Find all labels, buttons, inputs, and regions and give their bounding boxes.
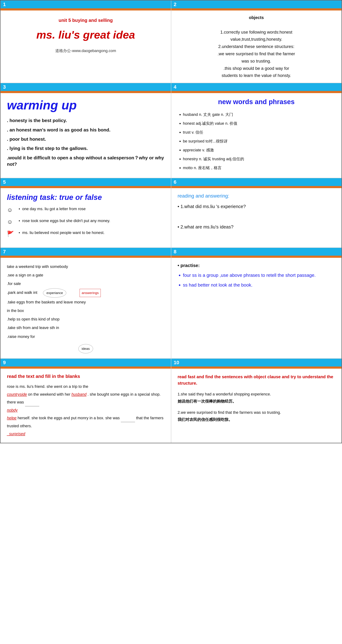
lesson-title: ms. liu's great idea xyxy=(7,28,164,41)
ideas-oval: ideas xyxy=(78,344,93,353)
line-2: .see a sign on a gate xyxy=(7,271,164,279)
object-clause-content: 1.she said they had a wonderful shopping… xyxy=(178,391,335,423)
cell-6-header: 6 xyxy=(171,178,342,187)
point-1: . honesty is the best policy. xyxy=(7,117,164,124)
sentence-item-1: 1.she said they had a wonderful shopping… xyxy=(178,391,335,405)
unit-label: unit 5 buying and selling xyxy=(7,18,164,23)
fill-countryside: countryside xyxy=(7,392,27,396)
flag-icon: 🚩 xyxy=(7,230,16,237)
line-6: in the box xyxy=(7,307,164,315)
cell2-line3: 2.understand these sentence structures: xyxy=(218,44,294,49)
cell-1: 1 unit 5 buying and selling ms. liu's gr… xyxy=(0,0,171,83)
cell-3: 3 warming up . honesty is the best polic… xyxy=(0,83,171,178)
cell-10: 10 read fast and find the sentences with… xyxy=(171,358,342,443)
listening-task-title: listening task: true or false xyxy=(7,193,164,202)
word-item-7: motto n. 座右铭，格言 xyxy=(183,164,335,172)
cell-1-header: 1 xyxy=(0,0,171,9)
new-words-title: new words and phrases xyxy=(178,98,335,106)
fill-helped: helpe xyxy=(7,416,16,420)
english-2: 2.we were surprised to find that the far… xyxy=(178,409,335,416)
word-item-6: honestry n. 诚实 trusting adj.信任的 xyxy=(183,155,335,163)
footer-text: 道格办公-www.daogebangong.com xyxy=(7,48,164,54)
word-item-5: appreciate v. 感激 xyxy=(183,146,335,154)
fill-blanks-content: rose is ms. liu's friend. she went on a … xyxy=(7,383,164,438)
listening-items: ☺ • one day ms. liu got a letter from ro… xyxy=(7,206,164,237)
question-1: • 1.what did ms.liu 's experience? xyxy=(178,203,335,210)
object-clause-title: read fast and find the sentences with ob… xyxy=(178,374,335,386)
line-5: .take eggs from the baskets and leave mo… xyxy=(7,298,164,306)
experience-oval: experiance xyxy=(43,288,66,298)
para-start: rose is ms. liu's friend. she went on a … xyxy=(7,384,88,389)
cell-2-header: 2 xyxy=(171,0,342,9)
cell-5: 5 listening task: true or false ☺ • one … xyxy=(0,178,171,248)
line-9: .raise money for xyxy=(7,333,35,340)
sentence-item-2: 2.we were surprised to find that the far… xyxy=(178,409,335,423)
cell2-line6: .this shop would be a good way for xyxy=(224,66,289,71)
objects-title: objects xyxy=(249,15,264,20)
fill-surprised: _surprised xyxy=(7,432,25,436)
blank-2 xyxy=(121,414,135,422)
cell2-line7: students to learn the value of honsty. xyxy=(222,73,291,78)
cell2-line4: .we were surprised to find that the farm… xyxy=(218,51,295,56)
smiley-icon-1: ☺ xyxy=(7,206,16,213)
practise-item-2: ss had better not look at the book. xyxy=(183,282,335,288)
cell2-line5: was so trusting. xyxy=(242,59,271,64)
cell2-line2: value,trust,trusting,honesty. xyxy=(230,37,282,42)
list-item: ☺ • one day ms. liu got a letter from ro… xyxy=(7,206,164,213)
question-2: • 2.what are ms.liu's ideas? xyxy=(178,224,335,230)
cell-8-header: 8 xyxy=(171,248,342,256)
point-3: . poor but honest. xyxy=(7,136,164,142)
point-4: . lying is the first step to the gallows… xyxy=(7,145,164,152)
reading-answering-title: reading and answering: xyxy=(178,193,335,199)
fill-husband: husband xyxy=(72,392,86,396)
list-item: 🚩 • ms. liu believed most people want to… xyxy=(7,230,164,237)
listening-item-1: • one day ms. liu got a letter from rose xyxy=(19,206,86,211)
listening-item-3: • ms. liu believed most people want to b… xyxy=(19,230,104,235)
warming-up-title: warming up xyxy=(7,98,164,112)
point-2: . an honest man's word is as good as his… xyxy=(7,127,164,133)
cell-9-header: 9 xyxy=(0,359,171,367)
fill-blanks-title: read the text and fill in the blanks xyxy=(7,374,164,379)
word-item-2: honest adj.诚实的 value n. 价值 xyxy=(183,120,335,128)
fill-nobody: nobdy xyxy=(7,408,18,412)
blank-1 xyxy=(25,398,39,406)
word-list: husband n. 丈夫 gate n. 大门 honest adj.诚实的 … xyxy=(178,111,335,172)
cell-8: 8 • practise: four ss is a group ,use ab… xyxy=(171,248,342,358)
cell-3-header: 3 xyxy=(0,83,171,92)
line-3: .for sale xyxy=(7,280,164,288)
cell2-line1: 1.correctly use following words:honest xyxy=(220,30,292,34)
answerings-box: answerings xyxy=(80,289,100,297)
para-2: on the weekend with her xyxy=(28,392,72,396)
cell-4: 4 new words and phrases husband n. 丈夫 ga… xyxy=(171,83,342,178)
practise-item-1: four ss is a group ,use above phrases to… xyxy=(183,272,335,279)
smiley-icon-2: ☺ xyxy=(7,218,16,225)
chinese-1: 她说他们有一次很棒的购物经历。 xyxy=(178,398,335,405)
cell-10-header: 10 xyxy=(171,359,342,367)
cell-2: 2 objects 1.correctly use following word… xyxy=(171,0,342,83)
cell-5-header: 5 xyxy=(0,178,171,187)
word-item-1: husband n. 丈夫 gate n. 大门 xyxy=(183,111,335,118)
practise-label: • practise: xyxy=(178,263,335,268)
line-4: .park and walk int xyxy=(7,289,37,296)
point-5: .would it be difficult to open a shop wi… xyxy=(7,154,164,168)
cell-4-header: 4 xyxy=(171,83,342,92)
para-4: herself. she took the eggs and put monry… xyxy=(18,416,121,420)
cell-7: 7 take a weekend trip with somebody .see… xyxy=(0,248,171,358)
cell-6: 6 reading and answering: • 1.what did ms… xyxy=(171,178,342,248)
listening-item-2: • rose took some eggs but she didn't put… xyxy=(19,218,110,223)
line-1: take a weekend trip with somebody xyxy=(7,263,164,270)
word-item-4: be surprised to对...很惊讶 xyxy=(183,137,335,145)
chinese-2: 我们对农民的信任感到很吃惊。 xyxy=(178,416,335,423)
practise-list: four ss is a group ,use above phrases to… xyxy=(178,272,335,288)
cell-7-header: 7 xyxy=(0,248,171,256)
cell-9: 9 read the text and fill in the blanks r… xyxy=(0,358,171,443)
main-grid: 1 unit 5 buying and selling ms. liu's gr… xyxy=(0,0,342,443)
line-8: .take sth from and leave sth in xyxy=(7,324,164,332)
line-7: .help ss open this kind of shop xyxy=(7,315,164,323)
word-item-3: trust v. 信任 xyxy=(183,128,335,136)
english-1: 1.she said they had a wonderful shopping… xyxy=(178,391,335,398)
list-item: ☺ • rose took some eggs but she didn't p… xyxy=(7,218,164,225)
cell-2-content: objects 1.correctly use following words:… xyxy=(171,10,342,83)
cell-7-content: take a weekend trip with somebody .see a… xyxy=(7,263,164,353)
